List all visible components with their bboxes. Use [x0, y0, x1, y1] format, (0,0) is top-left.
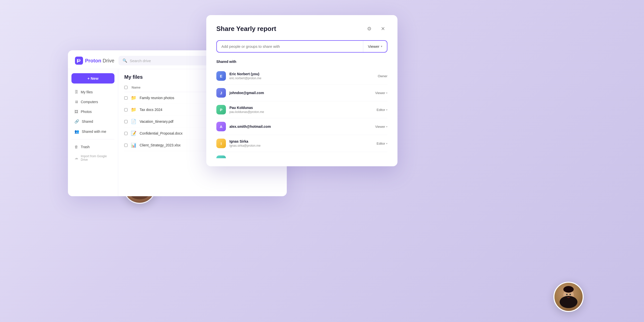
- word-icon-1: 📝: [131, 131, 137, 136]
- excel-icon-1: 📊: [131, 142, 137, 148]
- sidebar-item-computers[interactable]: 🖥 Computers: [71, 97, 114, 106]
- role-chevron-4: ▾: [386, 142, 387, 145]
- proton-text: Proton: [85, 58, 101, 63]
- sidebar-item-shared[interactable]: 🔗 Shared: [71, 117, 114, 126]
- person-avatar-2: P: [216, 105, 226, 114]
- shared-person-row-4: I Ignas Sirka ignas.sirka@proton.me Edit…: [216, 135, 387, 152]
- sidebar-item-photos[interactable]: 🖼 Photos: [71, 107, 114, 116]
- share-close-button[interactable]: ✕: [378, 24, 387, 33]
- person-info-0: Eric Norbert (you) eric.norbert@proton.m…: [229, 72, 374, 80]
- person-info-2: Pau Koldunas pau.koldunas@proton.me: [229, 106, 373, 114]
- new-button[interactable]: + New: [71, 73, 114, 84]
- share-dialog-header: Share Yearly report ⚙ ✕: [216, 24, 387, 33]
- svg-point-17: [563, 286, 574, 293]
- sidebar-label-sharedwithme: Shared with me: [82, 130, 106, 134]
- drive-text: Drive: [103, 58, 114, 63]
- photos-icon: 🖼: [74, 109, 78, 114]
- person-initial-2: P: [220, 108, 222, 112]
- person-role-1[interactable]: Viewer ▾: [375, 91, 387, 95]
- myfiles-icon: 🗄: [74, 90, 78, 94]
- new-button-label: + New: [88, 76, 99, 80]
- person-avatar-1: J: [216, 88, 226, 98]
- shared-list: E Eric Norbert (you) eric.norbert@proton…: [216, 68, 387, 158]
- file-checkbox-1[interactable]: [124, 96, 128, 100]
- person-role-label-3: Viewer: [375, 125, 385, 129]
- file-checkbox-2[interactable]: [124, 108, 128, 111]
- sidebar-label-photos: Photos: [81, 110, 92, 114]
- share-scroll-area[interactable]: E Eric Norbert (you) eric.norbert@proton…: [216, 68, 389, 158]
- sidebar-label-trash: Trash: [81, 145, 90, 149]
- pdf-icon-1: 📄: [131, 119, 137, 124]
- sharedwithme-icon: 👥: [74, 129, 79, 134]
- sidebar-item-trash[interactable]: 🗑 Trash: [71, 142, 114, 151]
- share-input-row: Viewer ▾: [216, 40, 387, 53]
- person-avatar-3: A: [216, 122, 226, 131]
- shared-person-row-3: A alex.smith@hotmail.com Viewer ▾: [216, 118, 387, 135]
- proton-title: Proton Drive: [85, 58, 114, 64]
- search-icon: 🔍: [123, 58, 127, 63]
- file-checkbox-5[interactable]: [124, 144, 128, 147]
- trash-icon: 🗑: [74, 145, 78, 149]
- svg-point-16: [570, 294, 571, 295]
- folder-icon-2: 📁: [131, 107, 137, 112]
- sidebar-divider: [71, 139, 114, 139]
- person-email-0: eric.norbert@proton.me: [229, 76, 374, 80]
- proton-icon: [75, 57, 83, 65]
- shared-person-row-1: J johndoe@gmail.com Viewer ▾: [216, 85, 387, 101]
- person-name-2: Pau Koldunas: [229, 106, 373, 110]
- person-initial-5: M: [220, 158, 223, 158]
- viewer-role-label: Viewer: [368, 44, 379, 49]
- share-dialog-title: Share Yearly report: [216, 25, 276, 33]
- person-info-3: alex.smith@hotmail.com: [229, 125, 372, 129]
- person-initial-0: E: [220, 74, 222, 78]
- share-settings-button[interactable]: ⚙: [365, 24, 374, 33]
- person-avatar-5: M: [216, 155, 226, 158]
- sidebar-item-sharedwithme[interactable]: 👥 Shared with me: [71, 127, 114, 136]
- person-initial-4: I: [221, 141, 222, 146]
- person-role-3[interactable]: Viewer ▾: [375, 125, 387, 129]
- sidebar: + New 🗄 My files 🖥 Computers 🖼 Photos 🔗 …: [68, 69, 118, 196]
- avatar-float-3: [553, 282, 584, 312]
- file-checkbox-3[interactable]: [124, 120, 128, 123]
- sidebar-label-computers: Computers: [81, 100, 98, 104]
- share-header-icons: ⚙ ✕: [365, 24, 387, 33]
- close-icon: ✕: [381, 26, 385, 32]
- person-name-3: alex.smith@hotmail.com: [229, 125, 372, 129]
- person-info-4: Ignas Sirka ignas.sirka@proton.me: [229, 139, 373, 147]
- person-email-2: pau.koldunas@proton.me: [229, 110, 373, 114]
- import-icon: ☁: [74, 156, 78, 160]
- person-role-label-1: Viewer: [375, 91, 385, 95]
- viewer-dropdown-chevron: ▾: [381, 45, 382, 48]
- svg-point-15: [566, 294, 568, 295]
- sidebar-item-myfiles[interactable]: 🗄 My files: [71, 88, 114, 96]
- table-header-name: Name: [132, 86, 140, 89]
- computers-icon: 🖥: [74, 100, 78, 104]
- person-avatar-0: E: [216, 71, 226, 81]
- person-email-4: ignas.sirka@proton.me: [229, 144, 373, 147]
- person-name-4: Ignas Sirka: [229, 139, 373, 143]
- sidebar-label-myfiles: My files: [81, 90, 93, 94]
- share-dialog: Share Yearly report ⚙ ✕ Viewer ▾ Shared …: [206, 15, 397, 166]
- sidebar-item-import[interactable]: ☁ Import from Google Drive: [71, 152, 114, 164]
- viewer-role-dropdown[interactable]: Viewer ▾: [363, 41, 387, 52]
- file-checkbox-4[interactable]: [124, 132, 128, 135]
- person-initial-1: J: [220, 91, 222, 95]
- person-role-0: Owner: [378, 74, 387, 78]
- person-info-1: johndoe@gmail.com: [229, 91, 372, 95]
- shared-person-row-2: P Pau Koldunas pau.koldunas@proton.me Ed…: [216, 101, 387, 118]
- select-all-checkbox[interactable]: [124, 86, 128, 89]
- person-role-4[interactable]: Editor ▾: [377, 142, 387, 145]
- shared-icon: 🔗: [74, 119, 79, 124]
- proton-logo: Proton Drive: [75, 57, 114, 65]
- sidebar-label-import: Import from Google Drive: [81, 154, 111, 162]
- person-name-0: Eric Norbert (you): [229, 72, 374, 76]
- person-role-label-0: Owner: [378, 74, 387, 78]
- settings-icon: ⚙: [367, 26, 372, 32]
- person-name-1: johndoe@gmail.com: [229, 91, 372, 95]
- share-people-input[interactable]: [217, 41, 363, 52]
- shared-person-row-0: E Eric Norbert (you) eric.norbert@proton…: [216, 68, 387, 85]
- person-role-2[interactable]: Editor ▾: [377, 108, 387, 112]
- sidebar-label-shared: Shared: [82, 119, 93, 124]
- role-chevron-1: ▾: [386, 92, 387, 94]
- shared-person-row-5: M maria.hernandez@outlook.com Viewer ▾: [216, 152, 387, 158]
